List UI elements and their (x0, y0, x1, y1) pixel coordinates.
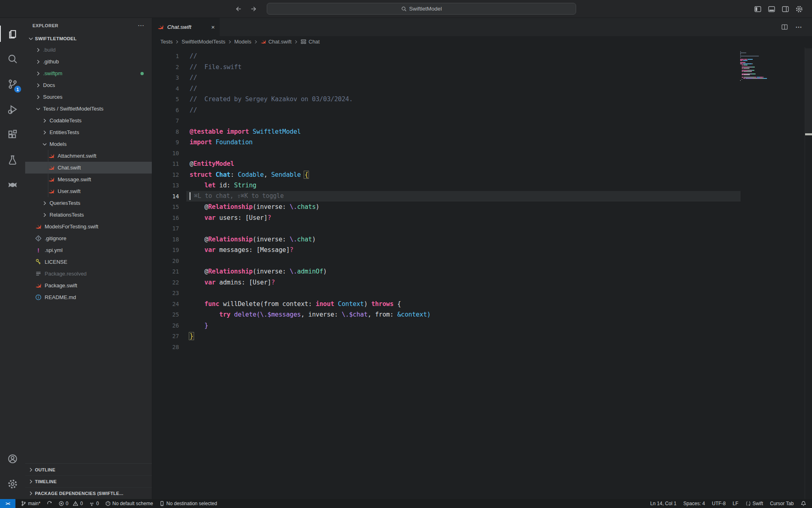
status-utf-8[interactable]: UTF-8 (712, 501, 726, 506)
tree-folder-models[interactable]: Models (25, 138, 152, 150)
code-line-8[interactable]: 8@testable import SwiftletModel (152, 126, 812, 137)
code-line-12[interactable]: 12struct Chat: Codable, Sendable { (152, 169, 812, 180)
tree-folder-entitiestests[interactable]: EntitiesTests (25, 126, 152, 138)
code-line-11[interactable]: 11@EntityModel (152, 158, 812, 169)
tree-file-package-resolved[interactable]: Package.resolved (25, 268, 152, 280)
layout-sidebar-left-icon[interactable] (754, 5, 762, 13)
section-timeline[interactable]: TIMELINE (25, 475, 152, 487)
tree-file--gitignore[interactable]: .gitignore (25, 232, 152, 244)
activity-manage[interactable] (0, 471, 25, 497)
code-line-15[interactable]: 15 @Relationship(inverse: \.chats) (152, 202, 812, 213)
status-label: Ln 14, Col 1 (650, 501, 676, 506)
tree-root-swiftletmodel[interactable]: SWIFTLETMODEL (25, 33, 152, 44)
code-line-24[interactable]: 24 func willDelete(from context: inout C… (152, 299, 812, 310)
activity-run-debug[interactable] (0, 97, 25, 122)
code-line-13[interactable]: 13 let id: String (152, 180, 812, 191)
settings-gear-icon[interactable] (795, 5, 803, 13)
code-line-23[interactable]: 23 (152, 288, 812, 299)
breadcrumb-chat-swift[interactable]: Chat.swift (260, 39, 292, 45)
code-area[interactable]: 1//2// File.swift3//4//5// Created by Se… (152, 47, 812, 499)
code-line-3[interactable]: 3// (152, 72, 812, 83)
breadcrumb-models[interactable]: Models (234, 39, 251, 45)
code-line-7[interactable]: 7 (152, 115, 812, 126)
status-item[interactable] (801, 501, 806, 506)
tree-file-package-swift[interactable]: Package.swift (25, 280, 152, 291)
code-line-19[interactable]: 19 var messages: [Message]? (152, 245, 812, 256)
editor-more-icon[interactable]: ⋯ (795, 23, 802, 31)
tree-file-readme-md[interactable]: README.md (25, 291, 152, 303)
tree-folder--github[interactable]: .github (25, 56, 152, 67)
tree-file-chat-swift[interactable]: Chat.swift (25, 162, 152, 174)
tree-folder-codabletests[interactable]: CodableTests (25, 115, 152, 126)
command-center-search[interactable]: SwiftletModel (267, 3, 576, 15)
chevron-right-icon (35, 59, 41, 65)
layout-panel-icon[interactable] (768, 5, 775, 13)
status-ln-14-col-1[interactable]: Ln 14, Col 1 (650, 501, 676, 506)
status-cursor-tab[interactable]: Cursor Tab (770, 501, 794, 506)
tree-folder--build[interactable]: .build (25, 44, 152, 56)
code-line-27[interactable]: 27} (152, 331, 812, 342)
minimap[interactable] (740, 51, 777, 82)
activity-search[interactable] (0, 46, 25, 72)
activity-extensions[interactable] (0, 122, 25, 147)
code-line-22[interactable]: 22 var admins: [User]? (152, 277, 812, 288)
status-no-destination-selected[interactable]: No destination selected (159, 501, 217, 506)
status-no-default-scheme[interactable]: ?No default scheme (105, 501, 153, 506)
scrollbar[interactable] (805, 47, 812, 499)
activity-source-control[interactable]: 1 (0, 72, 25, 97)
tree-folder-tests-swiftletmodeltests[interactable]: Tests / SwiftletModelTests (25, 103, 152, 115)
code-line-28[interactable]: 28 (152, 342, 812, 353)
status-main-[interactable]: main* (21, 501, 41, 506)
status-item[interactable] (47, 501, 52, 506)
code-line-21[interactable]: 21 @Relationship(inverse: \.adminOf) (152, 266, 812, 277)
breadcrumb-swiftletmodeltests[interactable]: SwiftletModelTests (181, 39, 225, 45)
activity-testing[interactable] (0, 147, 25, 172)
code-line-26[interactable]: 26 } (152, 320, 812, 331)
tree-folder-docs[interactable]: Docs (25, 79, 152, 91)
code-line-2[interactable]: 2// File.swift (152, 62, 812, 73)
status-spaces-4[interactable]: Spaces: 4 (683, 501, 705, 506)
status-lf[interactable]: LF (732, 501, 738, 506)
tree-file-license[interactable]: LICENSE (25, 256, 152, 268)
activity-accounts[interactable] (0, 446, 25, 471)
status-0[interactable]: 00 (58, 501, 83, 506)
code-line-16[interactable]: 16 var users: [User]? (152, 213, 812, 224)
code-line-1[interactable]: 1// (152, 51, 812, 62)
code-line-25[interactable]: 25 try delete(\.$messages, inverse: \.$c… (152, 309, 812, 320)
split-editor-icon[interactable] (781, 24, 788, 30)
remote-indicator[interactable]: >< (0, 499, 15, 508)
tree-file-attachment-swift[interactable]: Attachment.swift (25, 150, 152, 162)
tree-file-modelsfortesting-swift[interactable]: ModelsForTesting.swift (25, 221, 152, 232)
breadcrumb-tests[interactable]: Tests (160, 39, 173, 45)
code-line-17[interactable]: 17 (152, 223, 812, 234)
layout-sidebar-right-icon[interactable] (782, 5, 789, 13)
tree-folder-relationstests[interactable]: RelationsTests (25, 209, 152, 221)
explorer-more-icon[interactable]: ⋯ (138, 22, 145, 29)
code-line-20[interactable]: 20 (152, 256, 812, 267)
code-line-10[interactable]: 10 (152, 148, 812, 159)
status-swift[interactable]: Swift (745, 501, 763, 506)
tree-file-user-swift[interactable]: User.swift (25, 185, 152, 197)
section-outline[interactable]: OUTLINE (25, 464, 152, 475)
tree-file--spi-yml[interactable]: !.spi.yml (25, 244, 152, 256)
tree-folder--swiftpm[interactable]: .swiftpm (25, 67, 152, 79)
minimap-line (740, 60, 777, 61)
tree-file-message-swift[interactable]: Message.swift (25, 174, 152, 185)
code-line-18[interactable]: 18 @Relationship(inverse: \.chat) (152, 234, 812, 245)
code-line-5[interactable]: 5// Created by Sergey Kazakov on 03/03/2… (152, 94, 812, 105)
code-line-4[interactable]: 4// (152, 83, 812, 94)
forward-arrow-icon[interactable] (250, 5, 257, 13)
section-package[interactable]: PACKAGE DEPENDENCIES (SWIFTLE... (25, 487, 152, 499)
code-line-9[interactable]: 9import Foundation (152, 137, 812, 148)
tree-folder-sources[interactable]: Sources (25, 91, 152, 103)
breadcrumb-chat[interactable]: Chat (300, 39, 320, 45)
tab-close-icon[interactable]: × (211, 24, 215, 30)
tree-folder-queriestests[interactable]: QueriesTests (25, 197, 152, 209)
status-0[interactable]: 0 (89, 501, 99, 506)
back-arrow-icon[interactable] (235, 5, 242, 13)
activity-sweetpad[interactable] (0, 172, 25, 198)
tab-chat-swift[interactable]: Chat.swift × (152, 18, 220, 36)
activity-explorer[interactable] (0, 21, 25, 46)
code-line-14[interactable]: 14⌘L to chat, ⇧⌘K to toggle (152, 191, 812, 202)
code-line-6[interactable]: 6// (152, 105, 812, 116)
